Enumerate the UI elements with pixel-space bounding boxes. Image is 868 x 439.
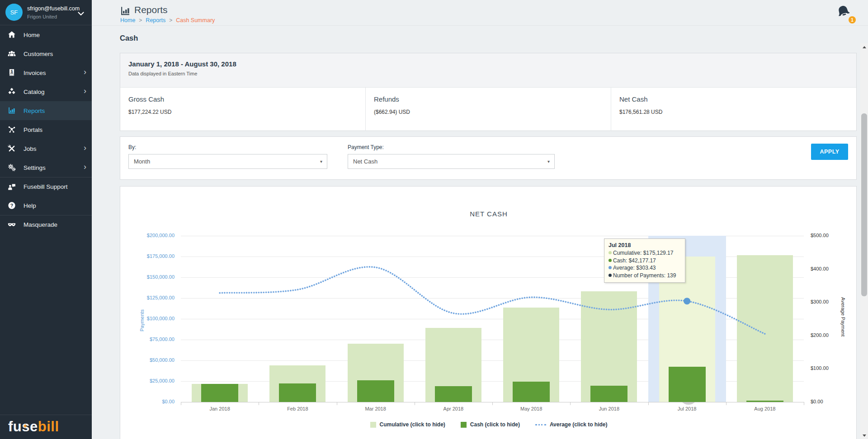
svg-text:?: ? <box>10 203 14 208</box>
y-axis-tick-right: $400.00 <box>811 266 829 271</box>
chart-panel: NET CASH $200,000.00$175,000.00$150,000.… <box>120 186 857 439</box>
x-axis-tick <box>726 402 726 405</box>
sidebar: SF sfrigon@fusebill.com Frigon United Ho… <box>0 0 92 439</box>
home-icon <box>8 31 16 39</box>
y-axis-tick-right: $300.00 <box>811 299 829 304</box>
cash-bar[interactable] <box>435 386 472 402</box>
user-company: Frigon United <box>27 14 57 19</box>
sidebar-item-masquerade[interactable]: Masquerade <box>0 215 92 234</box>
reports-title-icon <box>120 6 131 19</box>
settings-icon <box>8 163 16 172</box>
right-axis-title: Average Payment <box>840 297 846 336</box>
breadcrumb-separator: > <box>139 17 142 23</box>
cumulative-bar[interactable] <box>737 255 793 402</box>
stat-value: $177,224.22 USD <box>128 109 357 115</box>
tooltip-row: Average: $303.43 <box>609 264 681 272</box>
scroll-down-arrow[interactable] <box>860 432 868 439</box>
y-axis-tick-right: $200.00 <box>811 332 829 338</box>
user-email: sfrigon@fusebill.com <box>27 5 80 12</box>
cash-bar[interactable] <box>279 383 316 402</box>
breadcrumb-home[interactable]: Home <box>120 17 135 23</box>
apply-button[interactable]: APPLY <box>811 144 848 160</box>
x-axis-tick <box>492 402 493 405</box>
legend-label: Cumulative (click to hide) <box>380 421 445 428</box>
scroll-thumb[interactable] <box>861 113 867 296</box>
y-axis-tick-left: $150,000.00 <box>124 274 175 280</box>
series-dot-icon <box>609 274 612 277</box>
sidebar-item-home[interactable]: Home <box>0 25 92 44</box>
stat-label: Net Cash <box>619 95 848 103</box>
stat-label: Refunds <box>374 95 603 103</box>
sidebar-item-settings[interactable]: Settings› <box>0 158 92 177</box>
stat-gross-cash: Gross Cash $177,224.22 USD <box>120 88 365 131</box>
sidebar-item-invoices[interactable]: $Invoices› <box>0 63 92 82</box>
x-axis-label: May 2018 <box>500 406 563 411</box>
chevron-right-icon: › <box>84 162 86 172</box>
notifications-bell-icon[interactable]: 1 <box>834 4 857 24</box>
cash-bar[interactable] <box>590 386 627 402</box>
series-dot-icon <box>609 251 612 254</box>
select-caret-icon: ▾ <box>320 154 322 168</box>
cash-bar[interactable] <box>669 367 706 402</box>
cash-bar[interactable] <box>513 382 550 402</box>
legend-item[interactable]: Cash (click to hide) <box>461 421 520 428</box>
page-header-title: Reports <box>134 5 168 15</box>
by-select[interactable]: Month ▾ <box>128 154 327 169</box>
stat-value: ($662.94) USD <box>374 109 603 115</box>
payment-type-select[interactable]: Net Cash ▾ <box>348 154 555 169</box>
sidebar-item-fusebill-support[interactable]: Fusebill Support <box>0 177 92 196</box>
reports-icon <box>8 107 16 115</box>
tooltip-row: Cash: $42,177.17 <box>609 257 681 265</box>
y-axis-tick-left: $200,000.00 <box>124 233 175 238</box>
breadcrumb-reports[interactable]: Reports <box>146 17 165 23</box>
chart-tooltip: Jul 2018 Cumulative: $175,129.17Cash: $4… <box>604 238 685 283</box>
x-axis-label: Jan 2018 <box>188 406 251 411</box>
x-axis-tick <box>337 402 337 405</box>
avatar: SF <box>5 4 23 21</box>
sidebar-item-portals[interactable]: Portals <box>0 120 92 139</box>
tooltip-title: Jul 2018 <box>609 242 681 249</box>
main-content: Reports Home>Reports>Cash Summary 1 Cash… <box>92 0 868 439</box>
timezone-note: Data displayed in Eastern Time <box>128 71 848 76</box>
sidebar-item-label: Customers <box>24 51 53 57</box>
help-icon: ? <box>8 201 16 210</box>
payment-type-select-value: Net Cash <box>353 158 377 165</box>
sidebar-item-reports[interactable]: Reports <box>0 101 92 120</box>
sidebar-item-catalog[interactable]: Catalog› <box>0 82 92 101</box>
payment-type-label: Payment Type: <box>348 144 384 150</box>
tooltip-row-text: Number of Payments: 139 <box>613 272 676 279</box>
tooltip-row-text: Cash: $42,177.17 <box>613 257 656 264</box>
page-title: Cash <box>120 34 138 42</box>
legend-item[interactable]: Average (click to hide) <box>535 421 608 428</box>
x-axis-label: Jun 2018 <box>577 406 641 411</box>
cash-bar[interactable] <box>357 380 394 402</box>
vertical-scrollbar[interactable] <box>860 43 868 439</box>
support-icon <box>8 183 16 191</box>
y-axis-tick-left: $100,000.00 <box>124 316 175 321</box>
sidebar-item-label: Help <box>24 202 36 209</box>
y-axis-tick-left: $125,000.00 <box>124 295 175 300</box>
y-axis-tick-right: $100.00 <box>811 365 829 371</box>
scroll-up-arrow[interactable] <box>860 43 868 51</box>
sidebar-item-help[interactable]: ?Help <box>0 196 92 215</box>
logo-spark-icon <box>23 416 28 432</box>
sidebar-nav: HomeCustomers$Invoices›Catalog›ReportsPo… <box>0 25 92 234</box>
legend-item[interactable]: Cumulative (click to hide) <box>370 421 445 428</box>
user-menu[interactable]: SF sfrigon@fusebill.com Frigon United <box>0 0 92 25</box>
chevron-down-icon[interactable] <box>78 9 84 18</box>
notification-badge: 1 <box>849 16 856 23</box>
summary-panel: January 1, 2018 - August 30, 2018 Data d… <box>120 53 857 131</box>
app-root: SF sfrigon@fusebill.com Frigon United Ho… <box>0 0 868 439</box>
cash-bar[interactable] <box>201 384 238 402</box>
sidebar-item-label: Jobs <box>24 145 37 152</box>
cash-bar[interactable] <box>746 401 783 402</box>
topbar: Reports Home>Reports>Cash Summary 1 <box>92 0 868 26</box>
chart-title: NET CASH <box>120 210 857 218</box>
masquerade-icon <box>8 221 16 229</box>
tooltip-rows: Cumulative: $175,129.17Cash: $42,177.17A… <box>609 249 681 279</box>
sidebar-item-customers[interactable]: Customers <box>0 44 92 63</box>
sidebar-item-jobs[interactable]: Jobs› <box>0 139 92 158</box>
y-axis-tick-left: $75,000.00 <box>124 336 175 342</box>
portals-icon <box>8 126 16 134</box>
y-axis-tick-left: $0.00 <box>124 399 175 404</box>
